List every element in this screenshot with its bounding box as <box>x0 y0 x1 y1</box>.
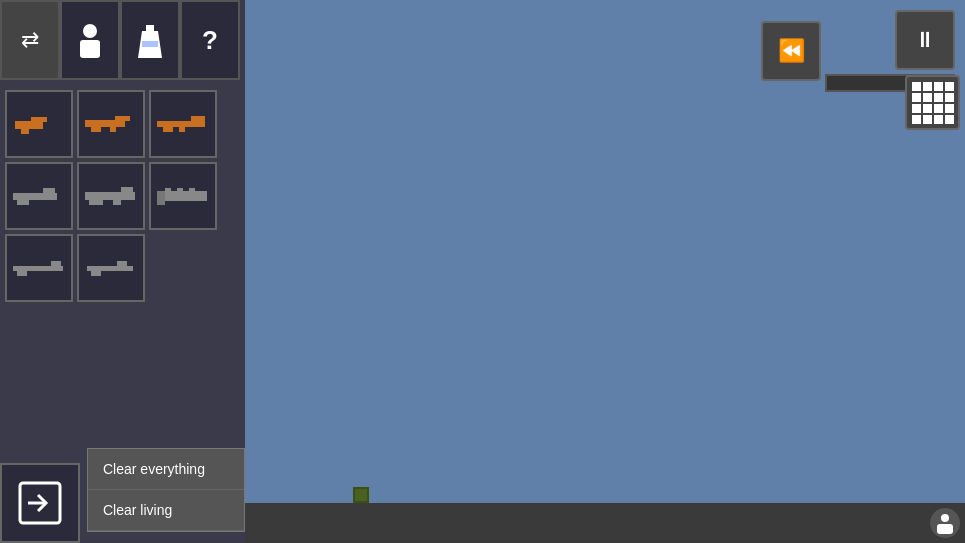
svg-rect-5 <box>15 121 43 129</box>
svg-rect-14 <box>163 127 173 132</box>
exit-button[interactable] <box>0 463 80 543</box>
svg-rect-33 <box>91 271 101 276</box>
svg-rect-21 <box>89 200 103 205</box>
svg-rect-13 <box>191 116 205 122</box>
weapon-grid <box>0 85 245 309</box>
game-character <box>353 487 369 503</box>
weapon-slot-4[interactable] <box>5 162 73 230</box>
svg-rect-7 <box>21 129 29 134</box>
person-indicator <box>930 508 960 538</box>
svg-rect-4 <box>142 41 158 47</box>
weapon-slot-6[interactable] <box>149 162 217 230</box>
rewind-button[interactable]: ⏪ <box>761 21 821 81</box>
svg-rect-15 <box>179 127 185 132</box>
weapon-slot-2[interactable] <box>77 90 145 158</box>
svg-rect-16 <box>13 193 57 200</box>
svg-rect-9 <box>115 116 130 121</box>
svg-point-40 <box>941 514 949 522</box>
weapon-slot-1[interactable] <box>5 90 73 158</box>
svg-rect-30 <box>17 271 27 276</box>
weapon-slot-3[interactable] <box>149 90 217 158</box>
game-area: ⏪ ⏸ <box>245 0 965 543</box>
svg-rect-20 <box>121 187 133 193</box>
weapon-slot-5[interactable] <box>77 162 145 230</box>
svg-rect-22 <box>113 200 121 205</box>
svg-rect-29 <box>51 261 61 267</box>
svg-rect-10 <box>91 127 101 132</box>
svg-rect-41 <box>937 524 953 534</box>
weapon-slot-8[interactable] <box>77 234 145 302</box>
pause-button[interactable]: ⏸ <box>895 10 955 70</box>
svg-rect-27 <box>189 188 195 192</box>
potion-button[interactable] <box>120 0 180 80</box>
svg-rect-32 <box>117 261 127 267</box>
svg-rect-2 <box>146 25 154 31</box>
toolbar: ⇄ ? <box>0 0 245 80</box>
help-button[interactable]: ? <box>180 0 240 80</box>
swap-button[interactable]: ⇄ <box>0 0 60 80</box>
svg-rect-1 <box>80 40 100 58</box>
weapon-slot-7[interactable] <box>5 234 73 302</box>
context-menu: Clear everything Clear living <box>87 448 245 532</box>
rewind-icon: ⏪ <box>778 38 805 64</box>
grid-toggle-button[interactable] <box>905 75 960 130</box>
person-button[interactable] <box>60 0 120 80</box>
svg-rect-19 <box>85 192 135 200</box>
clear-everything-button[interactable]: Clear everything <box>88 449 244 490</box>
svg-rect-25 <box>165 188 171 192</box>
svg-rect-26 <box>177 188 183 192</box>
pause-icon: ⏸ <box>914 27 936 53</box>
svg-rect-11 <box>110 127 116 132</box>
grid-icon <box>912 82 954 124</box>
svg-rect-18 <box>17 200 29 205</box>
svg-rect-8 <box>85 120 125 127</box>
svg-point-0 <box>83 24 97 38</box>
svg-rect-17 <box>43 188 55 194</box>
svg-rect-6 <box>31 117 47 122</box>
clear-living-button[interactable]: Clear living <box>88 490 244 531</box>
svg-rect-24 <box>157 191 165 205</box>
ground <box>245 503 965 543</box>
